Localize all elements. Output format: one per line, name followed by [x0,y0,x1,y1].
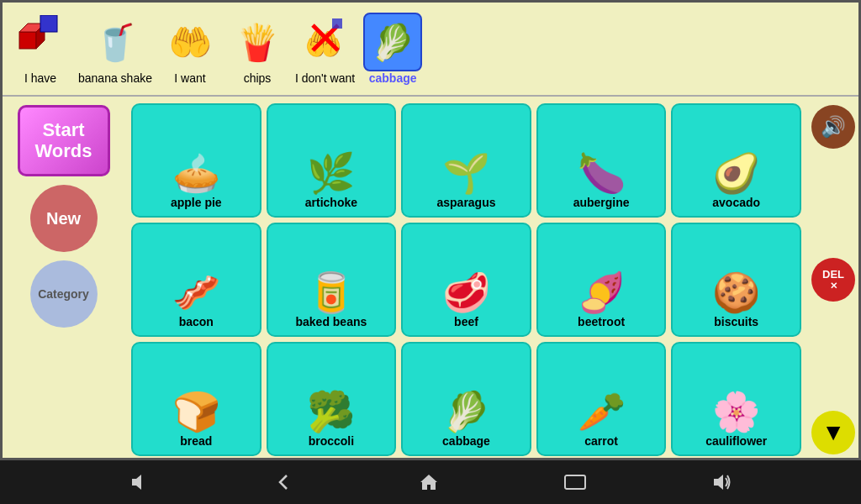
food-label-artichoke: artichoke [305,196,357,209]
food-label-cabbage: cabbage [442,434,490,448]
food-icon-biscuits: 🍪 [712,273,760,312]
food-icon-artichoke: 🌿 [307,154,355,192]
food-item-beetroot[interactable]: 🍠beetroot [536,223,667,337]
sentence-item-cabbage[interactable]: 🥬 cabbage [363,13,422,85]
food-icon-cauliflower: 🌸 [712,392,760,431]
banana-shake-label: banana shake [78,71,152,85]
food-item-cabbage[interactable]: 🥬cabbage [401,342,531,456]
food-item-beef[interactable]: 🥩beef [401,223,531,337]
food-item-baked-beans[interactable]: 🥫baked beans [267,223,397,337]
del-x-icon: ✕ [830,281,837,291]
nav-back-button[interactable] [274,472,294,492]
svg-marker-9 [420,475,437,490]
i-have-label: I have [24,71,56,85]
sentence-item-i-have[interactable]: I have [11,13,70,85]
scroll-down-button[interactable]: ▼ [811,411,855,454]
svg-rect-7 [332,18,342,29]
nav-home-button[interactable] [419,472,439,492]
delete-button[interactable]: DEL ✕ [811,258,855,302]
app-container: I have 🥤 banana shake 🤲 I want 🍟 chips 🤲 [0,0,861,460]
sentence-item-banana-shake[interactable]: 🥤 banana shake [78,13,152,85]
food-icon-baked-beans: 🥫 [307,273,355,312]
start-words-label: Start Words [20,120,108,160]
new-button[interactable]: New [30,185,98,252]
food-item-asparagus[interactable]: 🌱asparagus [401,103,531,218]
food-item-bacon[interactable]: 🥓bacon [131,223,261,337]
i-dont-want-label: I don't want [295,71,355,85]
sentence-item-i-dont-want[interactable]: 🤲 I don't want [295,13,355,85]
nav-bar [0,460,861,504]
i-have-icon [11,13,70,71]
nav-sound-button[interactable] [711,472,732,492]
food-label-aubergine: aubergine [573,196,630,209]
food-item-apple-pie[interactable]: 🥧apple pie [131,103,261,218]
svg-rect-3 [40,15,57,32]
i-want-icon: 🤲 [161,13,219,71]
nav-recent-button[interactable] [563,474,587,491]
category-button[interactable]: Category [30,260,98,328]
food-item-bread[interactable]: 🍞bread [131,342,261,456]
new-label: New [46,209,81,228]
food-label-broccoli: broccoli [309,434,354,448]
food-item-carrot[interactable]: 🥕carrot [536,342,667,456]
food-icon-aubergine: 🍆 [578,154,626,192]
svg-rect-10 [565,475,585,489]
food-item-cauliflower[interactable]: 🌸cauliflower [671,342,801,456]
food-label-beetroot: beetroot [578,315,625,328]
start-words-button[interactable]: Start Words [18,105,110,176]
food-icon-beetroot: 🍠 [578,273,626,312]
food-grid: 🥧apple pie🌿artichoke🌱asparagus🍆aubergine… [124,97,808,463]
food-item-biscuits[interactable]: 🍪biscuits [671,223,801,337]
food-label-bacon: bacon [179,315,214,328]
food-label-cauliflower: cauliflower [705,434,767,448]
cabbage-icon: 🥬 [363,13,422,71]
category-label: Category [38,287,89,301]
right-controls: 🔊 DEL ✕ ▼ [808,97,858,463]
food-label-apple-pie: apple pie [171,196,222,209]
food-icon-beef: 🥩 [442,273,490,312]
food-icon-avocado: 🥑 [712,154,760,192]
food-icon-carrot: 🥕 [578,392,626,431]
food-item-artichoke[interactable]: 🌿artichoke [267,103,397,218]
nav-volume-button[interactable] [129,472,150,492]
food-icon-cabbage: 🥬 [442,392,490,431]
sound-icon: 🔊 [821,115,846,139]
svg-rect-0 [19,32,36,49]
chips-icon: 🍟 [228,13,287,71]
food-label-asparagus: asparagus [436,196,495,209]
del-label: DEL [822,268,844,281]
main-content: Start Words New Category 🥧apple pie🌿arti… [3,97,858,463]
food-label-avocado: avocado [712,196,760,209]
sound-button[interactable]: 🔊 [811,105,855,149]
svg-marker-8 [132,475,141,490]
food-label-beef: beef [454,315,478,328]
food-label-baked-beans: baked beans [295,315,367,328]
i-want-label: I want [174,71,205,85]
food-icon-bacon: 🥓 [172,273,220,312]
down-arrow-icon: ▼ [821,419,845,446]
food-label-bread: bread [180,434,212,448]
svg-text:🤲: 🤲 [304,26,342,62]
food-label-carrot: carrot [584,434,618,448]
food-icon-bread: 🍞 [172,392,220,431]
food-icon-asparagus: 🌱 [442,154,490,192]
food-icon-apple-pie: 🥧 [172,154,220,192]
sidebar: Start Words New Category [3,97,124,463]
banana-shake-icon: 🥤 [86,13,145,71]
i-dont-want-icon: 🤲 [296,13,355,71]
food-item-avocado[interactable]: 🥑avocado [671,103,801,218]
food-icon-broccoli: 🥦 [307,392,355,431]
food-item-broccoli[interactable]: 🥦broccoli [267,342,397,456]
chips-label: chips [244,71,272,85]
food-label-biscuits: biscuits [714,315,758,328]
sentence-bar: I have 🥤 banana shake 🤲 I want 🍟 chips 🤲 [3,3,858,97]
food-item-aubergine[interactable]: 🍆aubergine [536,103,667,218]
sentence-item-chips[interactable]: 🍟 chips [228,13,287,85]
svg-marker-11 [714,475,723,490]
cabbage-label: cabbage [369,71,417,85]
sentence-item-i-want[interactable]: 🤲 I want [161,13,219,85]
